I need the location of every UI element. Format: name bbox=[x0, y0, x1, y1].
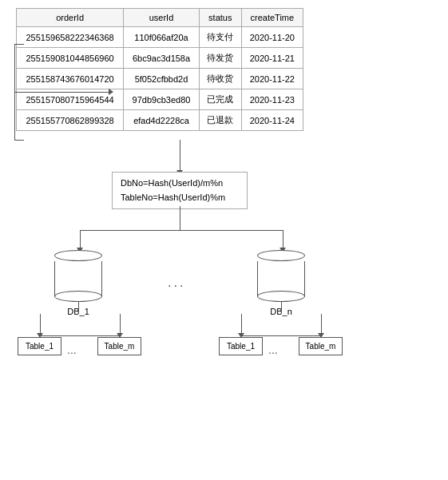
db1-table1-label: Table_1 bbox=[26, 342, 54, 351]
cell-createTime-2: 2020-11-22 bbox=[241, 69, 303, 89]
line-formula-down bbox=[180, 206, 180, 230]
dbn-bottom-ellipse bbox=[257, 291, 305, 302]
db1-bottom-ellipse bbox=[54, 291, 102, 302]
formula-line2: TableNo=Hash(UserId)%m bbox=[121, 192, 225, 202]
data-table-section: orderId userId status createTime 2551596… bbox=[16, 8, 303, 131]
line-dbn-down-left bbox=[241, 314, 242, 335]
bracket-mid-horizontal bbox=[14, 92, 112, 93]
dots-dbn-tables: ... bbox=[268, 343, 278, 356]
cell-status-2: 待收货 bbox=[199, 69, 241, 89]
db1-tablem-label: Table_m bbox=[105, 342, 135, 351]
cell-createTime-4: 2020-11-24 bbox=[241, 110, 303, 131]
dbn-table1-label: Table_1 bbox=[227, 342, 255, 351]
cell-status-4: 已退款 bbox=[199, 110, 241, 131]
table-row: 2551590810448569606bc9ac3d158a待发货2020-11… bbox=[17, 48, 303, 69]
cell-orderId-4: 255155770862899328 bbox=[17, 110, 124, 131]
line-dbn-down-right bbox=[321, 314, 322, 335]
col-header-createtime: createTime bbox=[241, 9, 303, 27]
cell-createTime-0: 2020-11-20 bbox=[241, 27, 303, 48]
dots-db1-tables: ... bbox=[67, 343, 77, 356]
dbn-tablem-box: Table_m bbox=[299, 337, 343, 355]
cell-orderId-0: 255159658222346368 bbox=[17, 27, 124, 48]
cell-orderId-1: 255159081044856960 bbox=[17, 48, 124, 69]
main-container: orderId userId status createTime 2551596… bbox=[0, 0, 448, 480]
cell-status-3: 已完成 bbox=[199, 89, 241, 110]
dbn-table1-box: Table_1 bbox=[219, 337, 263, 355]
dots-between-dbs: ... bbox=[168, 276, 185, 290]
cell-status-0: 待支付 bbox=[199, 27, 241, 48]
bracket-top-horizontal bbox=[14, 44, 24, 45]
formula-box: DbNo=Hash(UserId)/m%n TableNo=Hash(UserI… bbox=[112, 172, 248, 209]
order-table: orderId userId status createTime 2551596… bbox=[16, 8, 303, 131]
cell-userId-0: 110f066af20a bbox=[124, 27, 200, 48]
dbn-top-ellipse bbox=[257, 250, 305, 261]
cell-userId-3: 97db9cb3ed80 bbox=[124, 89, 200, 110]
cell-status-1: 待发货 bbox=[199, 48, 241, 69]
cell-orderId-2: 255158743676014720 bbox=[17, 69, 124, 89]
table-row: 255159658222346368110f066af20a待支付2020-11… bbox=[17, 27, 303, 48]
line-db1-down-left bbox=[40, 314, 41, 335]
cell-createTime-1: 2020-11-21 bbox=[241, 48, 303, 69]
line-db1-down-right bbox=[120, 314, 121, 335]
line-dbn-horizontal bbox=[241, 335, 321, 336]
bracket-arrow-right bbox=[109, 89, 113, 95]
db1-body bbox=[54, 261, 102, 297]
formula-line1: DbNo=Hash(UserId)/m%n bbox=[121, 178, 223, 188]
cell-userId-1: 6bc9ac3d158a bbox=[124, 48, 200, 69]
cell-userId-2: 5f052cfbbd2d bbox=[124, 69, 200, 89]
table-row: 255155770862899328efad4d2228ca已退款2020-11… bbox=[17, 110, 303, 131]
line-horizontal-branch bbox=[80, 230, 283, 231]
bracket-bottom-horizontal bbox=[14, 140, 24, 141]
db1-top-ellipse bbox=[54, 250, 102, 261]
db1-table1-box: Table_1 bbox=[18, 337, 61, 355]
db1-tablem-box: Table_m bbox=[97, 337, 141, 355]
col-header-status: status bbox=[199, 9, 241, 27]
col-header-userid: userId bbox=[124, 9, 200, 27]
cell-createTime-3: 2020-11-23 bbox=[241, 89, 303, 110]
line-db1-horizontal bbox=[40, 335, 120, 336]
dbn-tablem-label: Table_m bbox=[306, 342, 336, 351]
table-row: 2551587436760147205f052cfbbd2d待收货2020-11… bbox=[17, 69, 303, 89]
cell-userId-4: efad4d2228ca bbox=[124, 110, 200, 131]
dbn-body bbox=[257, 261, 305, 297]
line-table-formula bbox=[180, 140, 180, 172]
col-header-orderid: orderId bbox=[17, 9, 124, 27]
